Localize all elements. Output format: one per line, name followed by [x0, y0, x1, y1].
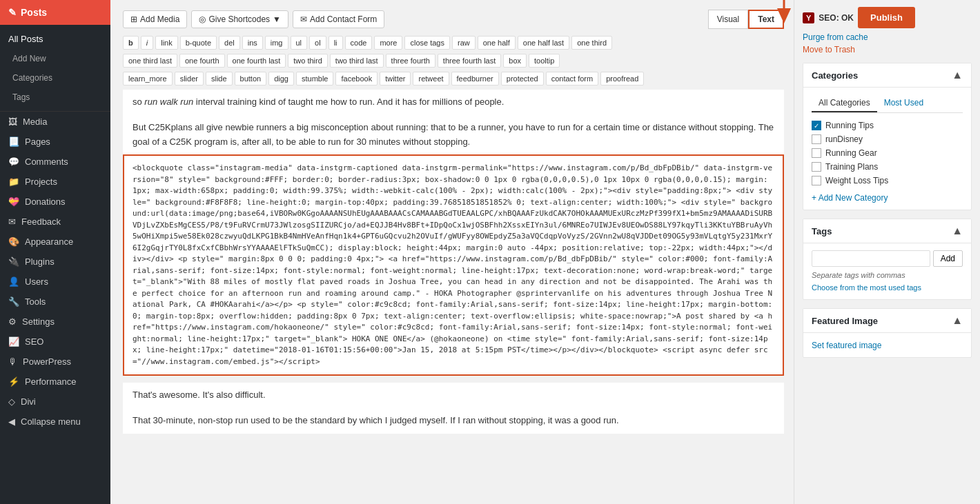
- donations-icon: 💝: [8, 196, 19, 207]
- pages-icon: 📃: [8, 137, 19, 147]
- sidebar-item-media[interactable]: 🖼 Media: [0, 112, 110, 132]
- sidebar-item-add-new[interactable]: Add New: [0, 49, 110, 68]
- fmt-link[interactable]: link: [155, 36, 178, 50]
- fmt-italic[interactable]: i: [141, 36, 153, 50]
- add-media-button[interactable]: ⊞ Add Media: [123, 10, 187, 28]
- fmt-proofread[interactable]: proofread: [600, 72, 644, 85]
- fmt-box[interactable]: box: [503, 54, 527, 68]
- fmt-tooltip[interactable]: tooltip: [529, 54, 560, 68]
- performance-icon: ⚡: [8, 376, 19, 387]
- featured-image-toggle-icon[interactable]: ▲: [952, 314, 963, 327]
- pages-label: Pages: [25, 137, 50, 147]
- fmt-one-half-last[interactable]: one half last: [518, 36, 569, 50]
- cat-checkbox-weight-loss-tips[interactable]: [812, 176, 821, 185]
- fmt-close-tags[interactable]: close tags: [404, 36, 450, 50]
- cat-checkbox-running-tips[interactable]: ✓: [812, 121, 821, 130]
- fmt-bquote[interactable]: b-quote: [180, 36, 217, 50]
- fmt-two-third[interactable]: two third: [288, 54, 328, 68]
- fmt-three-fourth-last[interactable]: three fourth last: [438, 54, 501, 68]
- set-featured-image-link[interactable]: Set featured image: [812, 341, 881, 350]
- sidebar-item-users[interactable]: 👤 Users: [0, 272, 110, 292]
- fmt-ins[interactable]: ins: [242, 36, 263, 50]
- media-icon: 🖼: [8, 117, 17, 127]
- cat-training-plans: Training Plans: [812, 160, 963, 174]
- sidebar-item-projects[interactable]: 📁 Projects: [0, 172, 110, 192]
- give-shortcodes-button[interactable]: ◎ Give Shortcodes ▼: [191, 10, 288, 28]
- fmt-ul[interactable]: ul: [291, 36, 308, 50]
- tags-choose-link[interactable]: Choose from the most used tags: [812, 283, 921, 292]
- posts-icon: ✎: [8, 7, 17, 18]
- fmt-one-third[interactable]: one third: [571, 36, 612, 50]
- performance-label: Performance: [25, 376, 76, 387]
- tag-input[interactable]: [812, 250, 930, 267]
- sidebar-item-tools[interactable]: 🔧 Tools: [0, 292, 110, 312]
- sidebar-item-powerpress[interactable]: 🎙 PowerPress: [0, 352, 110, 372]
- fmt-bold[interactable]: b: [123, 36, 139, 50]
- categories-toggle-icon[interactable]: ▲: [952, 69, 963, 81]
- settings-icon: ⚙: [8, 316, 17, 327]
- seo-label: SEO: [25, 336, 43, 347]
- sidebar-item-comments[interactable]: 💬 Comments: [0, 152, 110, 172]
- add-new-label: Add New: [12, 54, 46, 63]
- sidebar-item-categories[interactable]: Categories: [0, 68, 110, 88]
- categories-label: Categories: [12, 73, 52, 83]
- tab-most-used[interactable]: Most Used: [877, 94, 930, 112]
- tools-icon: 🔧: [8, 296, 19, 307]
- fmt-digg[interactable]: digg: [268, 72, 294, 85]
- tag-add-button[interactable]: Add: [933, 250, 963, 267]
- fmt-more[interactable]: more: [374, 36, 402, 50]
- cat-checkbox-running-gear[interactable]: [812, 148, 821, 158]
- add-contact-form-button[interactable]: ✉ Add Contact Form: [293, 10, 384, 28]
- fmt-retweet[interactable]: retweet: [413, 72, 449, 85]
- format-bar-row1: b i link b-quote del ins img ul ol li co…: [123, 36, 784, 50]
- fmt-raw[interactable]: raw: [452, 36, 476, 50]
- add-media-label: Add Media: [140, 14, 179, 24]
- tags-toggle-icon[interactable]: ▲: [952, 225, 963, 237]
- text-button[interactable]: Text: [748, 10, 784, 29]
- visual-button[interactable]: Visual: [708, 10, 748, 29]
- fmt-slider[interactable]: slider: [175, 72, 204, 85]
- sidebar-item-plugins[interactable]: 🔌 Plugins: [0, 252, 110, 272]
- sidebar-item-donations[interactable]: 💝 Donations: [0, 192, 110, 212]
- cat-label-running-gear: Running Gear: [825, 148, 877, 158]
- fmt-facebook[interactable]: facebook: [335, 72, 378, 85]
- fmt-protected[interactable]: protected: [501, 72, 544, 85]
- sidebar-item-appearance[interactable]: 🎨 Appearance: [0, 232, 110, 252]
- fmt-one-fourth-last[interactable]: one fourth last: [227, 54, 286, 68]
- fmt-one-fourth[interactable]: one fourth: [179, 54, 225, 68]
- fmt-twitter[interactable]: twitter: [380, 72, 411, 85]
- fmt-slide[interactable]: slide: [206, 72, 233, 85]
- sidebar-item-seo[interactable]: 📈 SEO: [0, 332, 110, 352]
- fmt-del[interactable]: del: [219, 36, 240, 50]
- sidebar-item-tags[interactable]: Tags: [0, 88, 110, 107]
- sidebar-item-performance[interactable]: ⚡ Performance: [0, 372, 110, 392]
- code-block[interactable]: <blockquote class="instagram-media" data…: [123, 154, 784, 376]
- add-new-category-link[interactable]: + Add New Category: [812, 193, 963, 203]
- sidebar-item-feedback[interactable]: ✉ Feedback: [0, 212, 110, 232]
- fmt-feedburner[interactable]: feedburner: [451, 72, 499, 85]
- fmt-learn-more[interactable]: learn_more: [123, 72, 173, 85]
- fmt-stumble[interactable]: stumble: [296, 72, 334, 85]
- fmt-li[interactable]: li: [329, 36, 343, 50]
- sidebar-item-pages[interactable]: 📃 Pages: [0, 132, 110, 152]
- publish-button[interactable]: Publish: [858, 7, 915, 28]
- fmt-ol[interactable]: ol: [309, 36, 326, 50]
- cat-checkbox-training-plans[interactable]: [812, 162, 821, 172]
- fmt-button[interactable]: button: [235, 72, 267, 85]
- fmt-code[interactable]: code: [345, 36, 373, 50]
- fmt-img[interactable]: img: [265, 36, 288, 50]
- sidebar-item-collapse[interactable]: ◀ Collapse menu: [0, 412, 110, 432]
- move-to-trash-link[interactable]: Move to Trash: [803, 45, 972, 54]
- fmt-one-half[interactable]: one half: [478, 36, 516, 50]
- fmt-contact-form[interactable]: contact form: [546, 72, 599, 85]
- sidebar-item-settings[interactable]: ⚙ Settings: [0, 312, 110, 332]
- purge-cache-link[interactable]: Purge from cache: [803, 32, 972, 42]
- tab-all-categories[interactable]: All Categories: [812, 94, 877, 112]
- cat-checkbox-rundisney[interactable]: [812, 134, 821, 144]
- fmt-two-third-last[interactable]: two third last: [330, 54, 384, 68]
- fmt-three-fourth[interactable]: three fourth: [386, 54, 435, 68]
- sidebar-item-divi[interactable]: ◇ Divi: [0, 392, 110, 412]
- sidebar-item-all-posts[interactable]: All Posts: [0, 29, 110, 49]
- fmt-one-third-last[interactable]: one third last: [123, 54, 177, 68]
- arrow-container: Text: [748, 10, 784, 29]
